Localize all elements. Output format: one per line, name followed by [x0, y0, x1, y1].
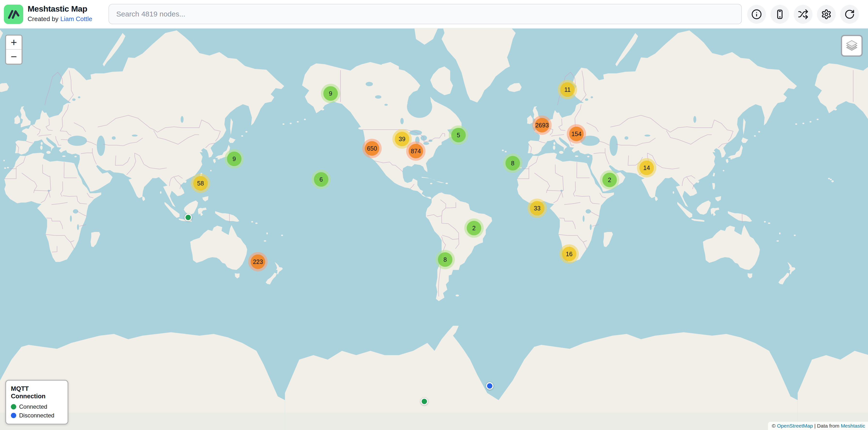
cluster-count: 2	[467, 221, 481, 235]
connected-swatch	[11, 404, 16, 409]
node-cluster[interactable]: 2693	[532, 115, 552, 135]
attribution-copyright: ©	[772, 423, 777, 429]
node-cluster[interactable]: 154	[567, 124, 586, 143]
map-attribution: © OpenStreetMap | Data from Meshtastic	[768, 422, 868, 430]
cluster-count: 9	[323, 86, 338, 101]
layers-icon	[845, 39, 859, 53]
legend-item-disconnected: Disconnected	[11, 412, 63, 419]
legend-item-connected: Connected	[11, 403, 63, 410]
gear-icon	[821, 9, 832, 20]
shuffle-icon	[798, 9, 808, 20]
cluster-count: 16	[562, 247, 577, 261]
cluster-count: 2	[602, 173, 617, 187]
refresh-icon	[844, 9, 855, 20]
disconnected-swatch	[11, 413, 16, 418]
world-basemap[interactable]	[0, 29, 868, 430]
cluster-count: 9	[227, 152, 242, 166]
settings-button[interactable]	[817, 5, 836, 24]
author-link[interactable]: Liam Cottle	[60, 14, 92, 24]
node-cluster[interactable]: 58	[191, 174, 210, 193]
zoom-control: + −	[5, 35, 23, 65]
title-block: Meshtastic Map Created by Liam Cottle	[28, 3, 92, 24]
node-cluster[interactable]: 9	[224, 149, 244, 168]
cluster-count: 33	[530, 201, 545, 216]
zoom-in-button[interactable]: +	[6, 36, 22, 49]
search-input[interactable]	[108, 4, 742, 24]
random-node-button[interactable]	[794, 5, 812, 24]
refresh-button[interactable]	[840, 5, 859, 24]
node-marker-disconnected[interactable]	[486, 382, 493, 390]
cluster-count: 874	[409, 144, 423, 158]
node-cluster[interactable]: 5	[449, 125, 468, 145]
attribution-separator: | Data from	[813, 423, 841, 429]
map-container[interactable]: + − MQTT Connection Connected Disconnect…	[0, 29, 868, 430]
node-cluster[interactable]: 33	[527, 199, 547, 218]
meshtastic-link[interactable]: Meshtastic	[841, 423, 865, 429]
node-marker-connected[interactable]	[185, 214, 192, 221]
node-cluster[interactable]: 223	[248, 252, 268, 271]
layers-control-button[interactable]	[841, 35, 863, 57]
node-cluster[interactable]: 6	[311, 170, 331, 189]
node-cluster[interactable]: 9	[321, 84, 340, 103]
node-marker-connected[interactable]	[421, 398, 428, 405]
app-header: Meshtastic Map Created by Liam Cottle	[0, 0, 868, 29]
page-title: Meshtastic Map	[28, 3, 92, 14]
cluster-count: 8	[438, 252, 453, 267]
node-cluster[interactable]: 11	[558, 80, 577, 99]
cluster-count: 223	[251, 255, 265, 269]
node-cluster[interactable]: 8	[503, 154, 522, 173]
cluster-count: 58	[193, 176, 208, 191]
cluster-count: 39	[395, 132, 409, 146]
created-by-text: Created by	[28, 14, 58, 24]
node-cluster[interactable]: 14	[637, 158, 656, 177]
cluster-count: 154	[569, 127, 584, 141]
cluster-count: 14	[640, 161, 654, 175]
cluster-count: 8	[505, 156, 520, 170]
zoom-out-button[interactable]: −	[6, 49, 22, 64]
meshtastic-logo-icon	[4, 5, 23, 24]
node-cluster[interactable]: 2	[600, 170, 619, 190]
smartphone-icon	[775, 9, 785, 20]
openstreetmap-link[interactable]: OpenStreetMap	[777, 423, 813, 429]
legend-title: MQTT Connection	[11, 385, 63, 400]
device-button[interactable]	[770, 5, 789, 24]
node-cluster[interactable]: 874	[406, 141, 426, 161]
node-cluster[interactable]: 16	[559, 244, 579, 264]
subtitle: Created by Liam Cottle	[28, 14, 92, 24]
cluster-count: 650	[365, 141, 379, 156]
cluster-count: 2693	[535, 118, 549, 132]
node-cluster[interactable]: 650	[362, 139, 382, 158]
cluster-count: 6	[314, 172, 329, 187]
info-icon	[751, 9, 762, 20]
mqtt-connection-legend: MQTT Connection Connected Disconnected	[5, 380, 68, 424]
node-cluster[interactable]: 8	[435, 250, 455, 269]
cluster-count: 11	[560, 82, 575, 97]
cluster-count: 5	[451, 128, 466, 142]
node-cluster[interactable]: 2	[464, 219, 484, 238]
info-button[interactable]	[747, 5, 766, 24]
